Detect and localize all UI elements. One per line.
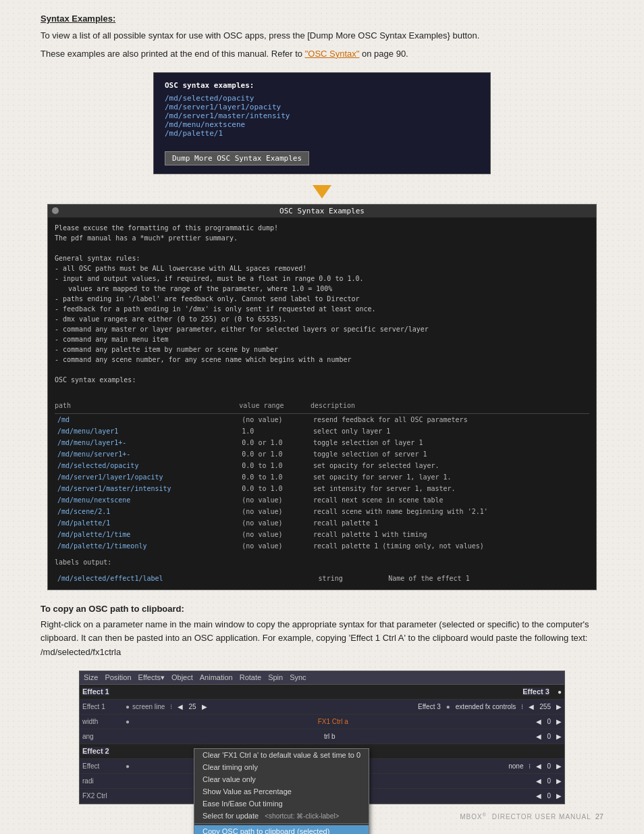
value-cell: 0.0 or 1.0 <box>239 437 311 448</box>
ext-dropdown: ⁝ <box>521 703 523 710</box>
page-number: 27 <box>595 812 603 820</box>
osc-path-cell: /md/server1/master/intensity <box>55 483 239 494</box>
next-a[interactable]: ▶ <box>556 733 562 740</box>
prev-btn[interactable]: ◀ <box>178 703 183 710</box>
ang-label: ang <box>82 733 123 740</box>
effect1-row-label: Effect 1 <box>82 703 123 710</box>
osc-panel: OSC syntax examples: /md/selected/opacit… <box>153 72 491 174</box>
ctx-ease[interactable]: Ease In/Ease Out timing <box>194 798 369 810</box>
osc-path-3: /md/server1/master/intensity <box>165 111 479 120</box>
value-cell: (no value) <box>239 540 311 552</box>
ctx-copy-selected[interactable]: Copy OSC path to clipboard (selected) <box>194 825 369 834</box>
value-cell: (no value) <box>239 529 311 540</box>
next-255[interactable]: ▶ <box>556 703 562 710</box>
toolbar-animation: Animation <box>200 673 233 681</box>
table-row: /md/palette/1/timeonly(no value)recall p… <box>55 540 589 552</box>
width-label: width <box>82 718 123 725</box>
osc-path-cell: /md/menu/server1+- <box>55 448 239 460</box>
value-cell: (no value) <box>239 517 311 529</box>
val-0-e: 0 <box>547 762 551 770</box>
osc-rule-1: - input and output values, if required, … <box>55 273 589 284</box>
val-255: 255 <box>539 703 551 710</box>
dump-osc-button[interactable]: Dump More OSC Syntax Examples <box>165 151 309 165</box>
value-cell: 1.0 <box>239 425 311 437</box>
toolbar-object: Object <box>171 673 193 681</box>
table-row: /md/menu/layer11.0select only layer 1 <box>55 425 589 437</box>
osc-rule-6: - command any master or layer parameter,… <box>55 324 589 334</box>
effect1-label: Effect 1 <box>82 687 109 696</box>
val-0-r: 0 <box>547 777 551 785</box>
context-menu: Clear 'FX1 Ctrl a' to default value & se… <box>194 748 369 834</box>
table-row: /md/palette/1/time(no value)recall palet… <box>55 529 589 540</box>
osc-path-cell: /md/server1/layer1/opacity <box>55 471 239 483</box>
next-btn[interactable]: ▶ <box>202 703 207 710</box>
table-row: /md/menu/layer1+-0.0 or 1.0toggle select… <box>55 437 589 448</box>
next-r[interactable]: ▶ <box>556 777 562 785</box>
osc-examples-title: OSC Syntax Examples <box>279 207 365 215</box>
screen-line-label: screen line <box>132 703 165 710</box>
ext-fx-label: extended fx controls <box>456 703 516 710</box>
clipboard-title: To copy an OSC path to clipboard: <box>41 604 603 614</box>
dropdown-icon: ⁝ <box>170 703 172 710</box>
prev-fx2[interactable]: ◀ <box>536 792 541 800</box>
desc-cell: toggle selection of layer 1 <box>311 437 589 448</box>
osc-rule-2: values are mapped to the range of the pa… <box>55 284 589 294</box>
prev-w[interactable]: ◀ <box>536 718 541 725</box>
osc-path-cell: /md/menu/nextscene <box>55 494 239 506</box>
fx2-ctrl-label: FX2 Ctrl <box>82 792 123 800</box>
next-w[interactable]: ▶ <box>556 718 562 725</box>
osc-path-cell: /md <box>55 413 239 425</box>
desc-cell: recall scene with name beginning with '2… <box>311 506 589 517</box>
osc-path-cell: /md/menu/layer1 <box>55 425 239 437</box>
table-row: /md/menu/nextscene(no value)recall next … <box>55 494 589 506</box>
osc-panel-container: OSC syntax examples: /md/selected/opacit… <box>41 72 603 174</box>
syntax-paragraph1: To view a list of all possible syntax fo… <box>41 29 603 43</box>
arrow-down <box>41 185 603 199</box>
ctx-clear-value[interactable]: Clear value only <box>194 773 369 785</box>
desc-cell: recall palette 1 <box>311 517 589 529</box>
dot-width: ● <box>126 718 130 725</box>
ctx-select-update[interactable]: Select for update <shortcut: ⌘-click-lab… <box>194 810 369 822</box>
prev-a[interactable]: ◀ <box>536 733 541 740</box>
ctx-clear-default[interactable]: Clear 'FX1 Ctrl a' to default value & se… <box>194 749 369 761</box>
ctx-clear-timing[interactable]: Clear timing only <box>194 761 369 773</box>
table-row: /md/selected/opacity0.0 to 1.0set opacit… <box>55 460 589 471</box>
ctx-show-percent[interactable]: Show Value as Percentage <box>194 785 369 798</box>
next-e[interactable]: ▶ <box>556 762 562 770</box>
osc-rule-7: - command any main menu item <box>55 334 589 344</box>
prev-e[interactable]: ◀ <box>536 762 541 770</box>
effect3-row-label: Effect 3 <box>418 703 441 710</box>
toolbar-effects[interactable]: Effects▾ <box>138 673 165 682</box>
close-icon[interactable] <box>52 207 59 214</box>
osc-path-cell: /md/scene/2.1 <box>55 506 239 517</box>
value-cell: (no value) <box>239 413 311 425</box>
value-cell: 0.0 to 1.0 <box>239 460 311 471</box>
table-row: /md/scene/2.1(no value)recall scene with… <box>55 506 589 517</box>
ui-toolbar: Size Position Effects▾ Object Animation … <box>80 671 564 685</box>
osc-path-cell: /md/palette/1/timeonly <box>55 540 239 552</box>
osc-rule-8: - command any palette item by number or … <box>55 344 589 355</box>
ctx-shortcut-hint: <shortcut: ⌘-click-label> <box>265 812 339 820</box>
page-footer: MBOX® DIRECTOR USER MANUAL 27 <box>460 812 603 820</box>
table-row: /md(no value)resend feedback for all OSC… <box>55 413 589 425</box>
toolbar-spin: Spin <box>268 673 283 681</box>
effect1-row: Effect 1 ● screen line ⁝ ◀ 25 ▶ Effect 3… <box>80 700 564 714</box>
value-cell: (no value) <box>239 506 311 517</box>
dot-effect: ● <box>126 762 130 770</box>
prev-r[interactable]: ◀ <box>536 777 541 785</box>
osc-table: path value range description /md(no valu… <box>55 400 589 552</box>
osc-syntax-link[interactable]: "OSC Syntax" <box>305 49 360 59</box>
labels-section: labels output: /md/selected/effect1/labe… <box>55 557 589 584</box>
ctx-separator <box>194 823 369 824</box>
labels-table: /md/selected/effect1/label string Name o… <box>55 573 589 584</box>
val-0-a: 0 <box>547 733 551 740</box>
val-0-w: 0 <box>547 718 551 725</box>
desc-cell: set opacity for server 1, layer 1. <box>311 471 589 483</box>
clipboard-section: To copy an OSC path to clipboard: Right-… <box>41 604 603 660</box>
prev-255[interactable]: ◀ <box>529 703 534 710</box>
dot-icon: ● <box>558 688 562 696</box>
osc-path-1: /md/selected/opacity <box>165 94 479 103</box>
osc-rules-title: General syntax rules: <box>55 253 589 263</box>
next-fx2[interactable]: ▶ <box>556 792 562 800</box>
dropdown-arrow: ⁝ <box>529 762 531 770</box>
